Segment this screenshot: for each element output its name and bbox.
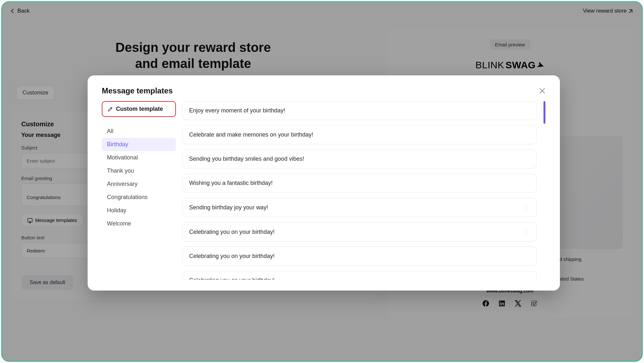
category-item-birthday[interactable]: Birthday [102, 138, 176, 151]
template-card[interactable]: Celebrating you on your birthday!⋮ [182, 222, 537, 242]
template-text: Sending you birthday smiles and good vib… [189, 156, 304, 162]
message-templates-modal: Message templates Custom template AllBir… [88, 75, 560, 291]
category-item-thank-you[interactable]: Thank you [102, 164, 176, 177]
category-item-welcome[interactable]: Welcome [102, 217, 176, 230]
template-text: Enjoy every moment of your birthday! [189, 107, 285, 114]
template-card[interactable]: Celebrating you on your birthday! [182, 247, 537, 266]
more-icon[interactable]: ⋮ [524, 228, 530, 235]
template-card[interactable]: Celebrating you on your birthday! [182, 271, 537, 280]
category-item-congratulations[interactable]: Congratulations [102, 191, 176, 204]
category-item-anniversary[interactable]: Anniversary [102, 177, 176, 191]
templates-column: Enjoy every moment of your birthday!Cele… [176, 101, 546, 280]
modal-title: Message templates [102, 86, 173, 95]
template-card[interactable]: Sending birthday joy your way!⋮ [182, 198, 537, 217]
scroll-thumb[interactable] [543, 101, 545, 124]
more-icon[interactable]: ⋮ [524, 204, 530, 211]
template-text: Celebrating you on your birthday! [189, 253, 274, 260]
template-category-list: Custom template AllBirthdayMotivationalT… [102, 101, 176, 280]
category-item-holiday[interactable]: Holiday [102, 204, 176, 217]
scrollbar[interactable] [543, 101, 546, 280]
templates-list[interactable]: Enjoy every moment of your birthday!Cele… [182, 101, 541, 280]
template-text: Celebrating you on your birthday! [189, 229, 274, 235]
modal-body: Custom template AllBirthdayMotivationalT… [102, 101, 546, 280]
custom-template-button[interactable]: Custom template [102, 101, 176, 117]
template-text: Sending birthday joy your way! [189, 204, 268, 211]
modal-header: Message templates [102, 86, 546, 95]
template-card[interactable]: Celebrate and make memories on your birt… [182, 125, 537, 144]
template-card[interactable]: Sending you birthday smiles and good vib… [182, 149, 537, 168]
pencil-icon [108, 107, 113, 112]
scroll-track [544, 101, 545, 280]
template-text: Celebrating you on your birthday! [189, 277, 274, 280]
template-card[interactable]: Enjoy every moment of your birthday! [182, 101, 537, 120]
template-text: Celebrate and make memories on your birt… [189, 131, 313, 138]
close-icon[interactable] [539, 87, 546, 94]
category-item-motivational[interactable]: Motivational [102, 151, 176, 164]
template-card[interactable]: Wishing you a fantastic birthday! [182, 174, 537, 193]
category-item-all[interactable]: All [102, 125, 176, 138]
app-frame: Back View reward store Design your rewar… [1, 1, 643, 362]
template-text: Wishing you a fantastic birthday! [189, 180, 273, 186]
custom-template-label: Custom template [116, 106, 163, 112]
